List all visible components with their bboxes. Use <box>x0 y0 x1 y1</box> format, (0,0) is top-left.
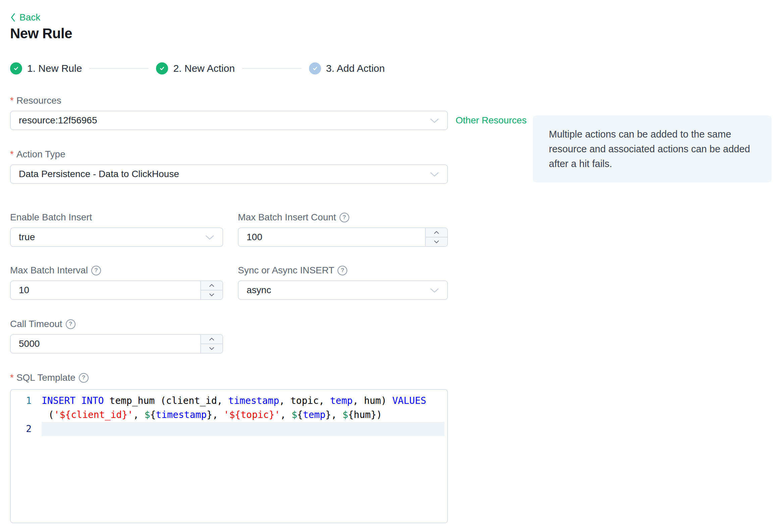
number-stepper <box>200 335 222 353</box>
line-number: 1 <box>11 394 42 408</box>
help-icon[interactable]: ? <box>340 213 349 222</box>
stepper-up-button[interactable] <box>426 228 447 237</box>
stepper-up-button[interactable] <box>201 335 222 344</box>
chevron-down-icon <box>430 115 439 126</box>
max-batch-count-label: Max Batch Insert Count ? <box>238 212 448 223</box>
step-label: 1. New Rule <box>27 63 82 74</box>
step-check-icon <box>309 62 321 74</box>
rule-form: * Resources resource:12f56965 * Action T… <box>10 95 448 523</box>
help-icon[interactable]: ? <box>79 373 89 383</box>
line-number: 2 <box>11 422 42 436</box>
sync-async-value: async <box>247 285 271 296</box>
chevron-down-icon <box>209 347 214 350</box>
step-label: 2. New Action <box>173 63 235 74</box>
call-timeout-label: Call Timeout ? <box>10 319 223 329</box>
stepper-up-button[interactable] <box>201 281 222 290</box>
step-connector <box>89 68 149 69</box>
resources-select[interactable]: resource:12f56965 <box>10 111 448 130</box>
help-icon[interactable]: ? <box>66 319 75 329</box>
chevron-down-icon <box>205 232 214 243</box>
chevron-left-icon <box>10 13 16 22</box>
required-asterisk: * <box>10 149 14 160</box>
required-asterisk: * <box>10 372 14 383</box>
resources-label: * Resources <box>10 95 448 106</box>
enable-batch-label: Enable Batch Insert <box>10 212 223 223</box>
code-row: 2 <box>11 422 447 436</box>
back-button[interactable]: Back <box>10 12 40 23</box>
enable-batch-value: true <box>19 232 35 243</box>
action-type-value: Data Persistence - Data to ClickHouse <box>19 169 179 179</box>
line-number <box>11 408 42 422</box>
help-icon[interactable]: ? <box>338 266 347 275</box>
required-asterisk: * <box>10 95 14 106</box>
page-title: New Rule <box>10 25 72 42</box>
max-batch-count-value: 100 <box>239 228 425 246</box>
step-check-icon <box>156 62 168 74</box>
sync-async-label: Sync or Async INSERT ? <box>238 265 448 276</box>
chevron-down-icon <box>430 285 439 296</box>
chevron-up-icon <box>209 337 214 341</box>
code-row: ('${client_id}', ${timestamp}, '${topic}… <box>11 408 447 422</box>
chevron-up-icon <box>209 284 214 287</box>
chevron-down-icon <box>209 293 214 297</box>
back-label: Back <box>19 12 40 23</box>
step-check-icon <box>10 62 22 74</box>
number-stepper <box>425 228 447 246</box>
help-icon[interactable]: ? <box>91 266 101 275</box>
max-batch-interval-input[interactable]: 10 <box>10 280 223 300</box>
info-note: Multiple actions can be added to the sam… <box>533 115 772 182</box>
call-timeout-input[interactable]: 5000 <box>10 334 223 354</box>
sql-template-label: * SQL Template ? <box>10 372 448 383</box>
new-rule-page: Back New Rule 1. New Rule 2. New Action … <box>0 0 775 532</box>
call-timeout-value: 5000 <box>11 335 200 353</box>
step-add-action: 3. Add Action <box>309 62 385 74</box>
sync-async-select[interactable]: async <box>238 280 448 300</box>
max-batch-count-input[interactable]: 100 <box>238 227 448 247</box>
enable-batch-select[interactable]: true <box>10 227 223 247</box>
stepper-down-button[interactable] <box>201 344 222 353</box>
steps-indicator: 1. New Rule 2. New Action 3. Add Action <box>10 62 385 74</box>
step-label: 3. Add Action <box>326 63 385 74</box>
sql-editor[interactable]: 1INSERT INTO temp_hum (client_id, timest… <box>10 389 448 523</box>
step-new-rule: 1. New Rule <box>10 62 82 74</box>
max-batch-interval-label: Max Batch Interval ? <box>10 265 223 276</box>
code-line: ('${client_id}', ${timestamp}, '${topic}… <box>42 408 445 422</box>
step-connector <box>242 68 302 69</box>
max-batch-interval-value: 10 <box>11 281 200 299</box>
sql-editor-lines: 1INSERT INTO temp_hum (client_id, timest… <box>11 394 447 436</box>
stepper-down-button[interactable] <box>426 237 447 246</box>
code-line <box>42 422 445 436</box>
other-resources-link[interactable]: Other Resources <box>456 111 527 130</box>
number-stepper <box>200 281 222 299</box>
code-line: INSERT INTO temp_hum (client_id, timesta… <box>42 394 445 408</box>
chevron-down-icon <box>434 240 439 244</box>
action-type-select[interactable]: Data Persistence - Data to ClickHouse <box>10 164 448 184</box>
code-row: 1INSERT INTO temp_hum (client_id, timest… <box>11 394 447 408</box>
chevron-down-icon <box>430 169 439 179</box>
stepper-down-button[interactable] <box>201 290 222 299</box>
action-type-label: * Action Type <box>10 149 448 160</box>
step-new-action: 2. New Action <box>156 62 235 74</box>
resources-value: resource:12f56965 <box>19 115 97 126</box>
chevron-up-icon <box>434 231 439 234</box>
